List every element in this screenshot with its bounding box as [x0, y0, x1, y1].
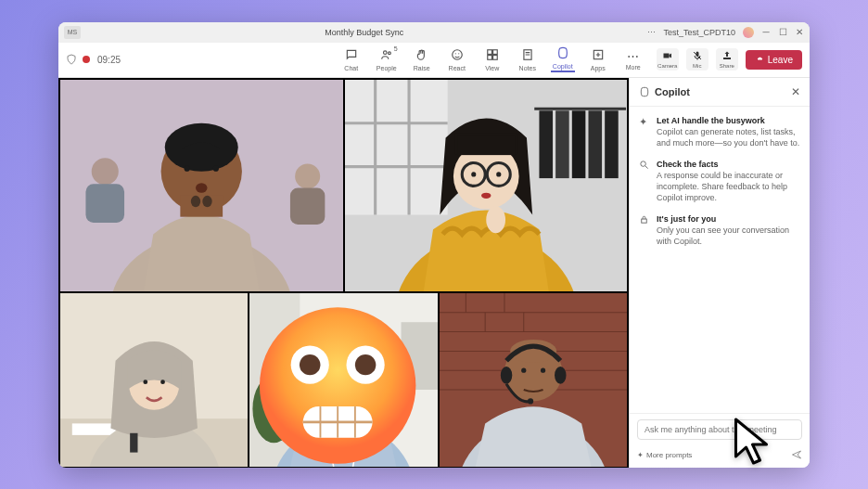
raise-label: Raise	[414, 65, 430, 71]
apps-label: Apps	[591, 65, 606, 71]
svg-point-4	[458, 53, 459, 54]
copilot-label: Copilot	[553, 63, 573, 70]
raise-hand-button[interactable]: Raise	[410, 48, 434, 71]
notes-label: Notes	[519, 65, 536, 71]
meeting-toolbar: 09:25 Chat 5 People Raise	[58, 43, 810, 78]
svg-rect-7	[488, 55, 492, 59]
copilot-panel-title: Copilot	[655, 86, 690, 97]
svg-rect-35	[345, 80, 448, 215]
svg-point-98	[528, 399, 533, 405]
share-button[interactable]: Share	[716, 48, 738, 71]
reaction-emoji-icon	[249, 299, 431, 467]
svg-point-0	[383, 50, 387, 54]
svg-point-33	[202, 195, 211, 206]
svg-point-77	[355, 354, 376, 375]
copilot-item-desc: Copilot can generate notes, list tasks, …	[657, 126, 800, 148]
shield-icon	[66, 54, 77, 65]
svg-point-101	[641, 161, 646, 167]
svg-point-55	[481, 192, 491, 198]
svg-point-2	[453, 49, 463, 59]
svg-rect-45	[605, 110, 619, 178]
maximize-button[interactable]: ☐	[778, 28, 787, 37]
close-button[interactable]: ✕	[795, 28, 804, 37]
mic-label: Mic	[693, 63, 701, 69]
svg-rect-44	[588, 110, 602, 178]
more-button[interactable]: ⋯ More	[621, 49, 645, 71]
participant-tile[interactable]	[60, 293, 248, 467]
svg-point-23	[295, 163, 320, 188]
mic-button[interactable]: Mic	[686, 48, 708, 71]
share-icon	[721, 50, 733, 63]
copilot-input[interactable]	[637, 419, 802, 440]
svg-rect-43	[571, 110, 585, 178]
participant-tile[interactable]	[249, 293, 437, 467]
svg-point-53	[471, 172, 476, 176]
org-badge: MS	[64, 26, 81, 39]
svg-rect-15	[663, 54, 669, 58]
chat-button[interactable]: Chat	[339, 48, 364, 71]
people-button[interactable]: 5 People	[375, 48, 399, 71]
copilot-item-desc: Only you can see your conversation with …	[657, 225, 800, 247]
view-button[interactable]: View	[480, 48, 504, 71]
participant-tile[interactable]	[345, 80, 628, 292]
copilot-item-desc: A response could be inaccurate or incomp…	[657, 170, 800, 203]
svg-point-29	[213, 165, 219, 171]
share-label: Share	[720, 63, 734, 69]
notes-button[interactable]: Notes	[516, 48, 540, 71]
user-avatar[interactable]	[743, 27, 754, 38]
view-label: View	[485, 65, 499, 71]
send-button[interactable]	[791, 449, 802, 462]
leave-label: Leave	[768, 55, 793, 65]
copilot-info-item: Check the facts A response could be inac…	[639, 160, 800, 203]
titlebar-more-icon[interactable]: ⋯	[647, 28, 656, 37]
user-name: Test_Test_CPDT10	[663, 28, 735, 37]
people-count: 5	[394, 45, 398, 52]
copilot-close-button[interactable]: ✕	[791, 85, 800, 98]
recording-indicator-icon	[83, 56, 90, 63]
copilot-panel: Copilot ✕ ✦ Let AI handle the busywork C…	[629, 78, 810, 468]
svg-point-96	[500, 367, 511, 384]
copilot-item-heading: Let AI handle the busywork	[657, 116, 800, 125]
notes-icon	[521, 48, 534, 64]
svg-rect-64	[130, 433, 137, 453]
minimize-button[interactable]: ─	[761, 28, 771, 37]
svg-point-28	[185, 165, 190, 171]
camera-icon	[662, 50, 673, 63]
svg-point-99	[521, 368, 526, 373]
copilot-item-heading: It's just for you	[657, 214, 800, 224]
svg-rect-49	[457, 135, 515, 155]
svg-line-102	[645, 166, 648, 169]
svg-rect-103	[642, 219, 647, 223]
copilot-icon	[556, 46, 569, 62]
camera-button[interactable]: Camera	[657, 48, 679, 71]
window-title: Monthly Budget Sync	[81, 28, 647, 37]
svg-point-100	[541, 368, 545, 373]
camera-label: Camera	[657, 63, 677, 69]
mic-muted-icon	[692, 50, 703, 63]
more-prompts-button[interactable]: ✦ More prompts	[637, 451, 692, 459]
apps-button[interactable]: Apps	[586, 48, 610, 71]
more-icon: ⋯	[627, 49, 639, 63]
people-label: People	[377, 65, 397, 71]
svg-point-97	[555, 367, 566, 384]
svg-point-73	[260, 308, 415, 464]
lock-icon	[639, 214, 650, 247]
participant-tile[interactable]	[440, 293, 627, 467]
svg-point-75	[300, 354, 320, 375]
svg-rect-8	[492, 55, 497, 59]
leave-icon	[755, 55, 765, 65]
react-button[interactable]: React	[445, 48, 469, 71]
svg-rect-41	[539, 110, 553, 178]
chat-icon	[345, 48, 358, 64]
video-grid	[58, 78, 629, 468]
copilot-logo-icon	[639, 86, 650, 97]
copilot-button[interactable]: Copilot	[551, 46, 575, 72]
react-icon	[451, 48, 464, 64]
leave-button[interactable]: Leave	[746, 50, 802, 70]
svg-rect-6	[492, 49, 497, 54]
view-icon	[486, 48, 499, 64]
react-label: React	[449, 65, 466, 71]
participant-tile[interactable]	[60, 80, 343, 292]
svg-rect-18	[723, 58, 731, 59]
prompts-icon: ✦	[637, 451, 644, 459]
